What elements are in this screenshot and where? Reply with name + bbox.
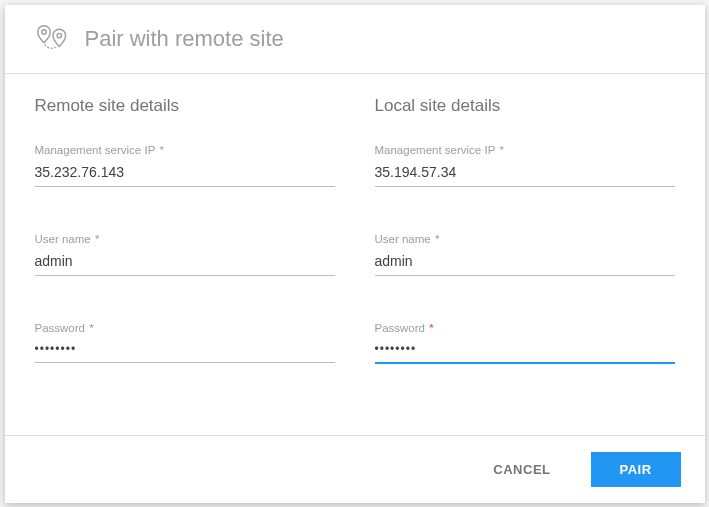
dialog-content: Remote site details Management service I… xyxy=(5,74,705,435)
local-user-input[interactable] xyxy=(375,249,675,276)
dialog-header: Pair with remote site xyxy=(5,5,705,74)
svg-point-1 xyxy=(57,33,61,37)
remote-ip-input[interactable] xyxy=(35,160,335,187)
remote-section-title: Remote site details xyxy=(35,96,335,116)
remote-user-field: User name * xyxy=(35,233,335,276)
local-password-input[interactable] xyxy=(375,338,675,364)
local-password-field: Password * xyxy=(375,322,675,364)
local-ip-field: Management service IP * xyxy=(375,144,675,187)
cancel-button[interactable]: Cancel xyxy=(471,452,572,487)
remote-ip-field: Management service IP * xyxy=(35,144,335,187)
local-ip-input[interactable] xyxy=(375,160,675,187)
local-site-column: Local site details Management service IP… xyxy=(375,96,675,425)
svg-point-0 xyxy=(41,29,45,33)
pair-remote-site-dialog: Pair with remote site Remote site detail… xyxy=(5,5,705,503)
local-section-title: Local site details xyxy=(375,96,675,116)
remote-site-column: Remote site details Management service I… xyxy=(35,96,335,425)
remote-password-input[interactable] xyxy=(35,338,335,363)
remote-user-input[interactable] xyxy=(35,249,335,276)
local-user-field: User name * xyxy=(375,233,675,276)
remote-password-field: Password * xyxy=(35,322,335,363)
remote-password-label: Password * xyxy=(35,322,335,334)
pair-button[interactable]: Pair xyxy=(591,452,681,487)
remote-ip-label: Management service IP * xyxy=(35,144,335,156)
pair-location-icon xyxy=(35,23,71,55)
local-user-label: User name * xyxy=(375,233,675,245)
local-password-label: Password * xyxy=(375,322,675,334)
dialog-title: Pair with remote site xyxy=(85,26,284,52)
remote-user-label: User name * xyxy=(35,233,335,245)
local-ip-label: Management service IP * xyxy=(375,144,675,156)
dialog-footer: Cancel Pair xyxy=(5,435,705,503)
